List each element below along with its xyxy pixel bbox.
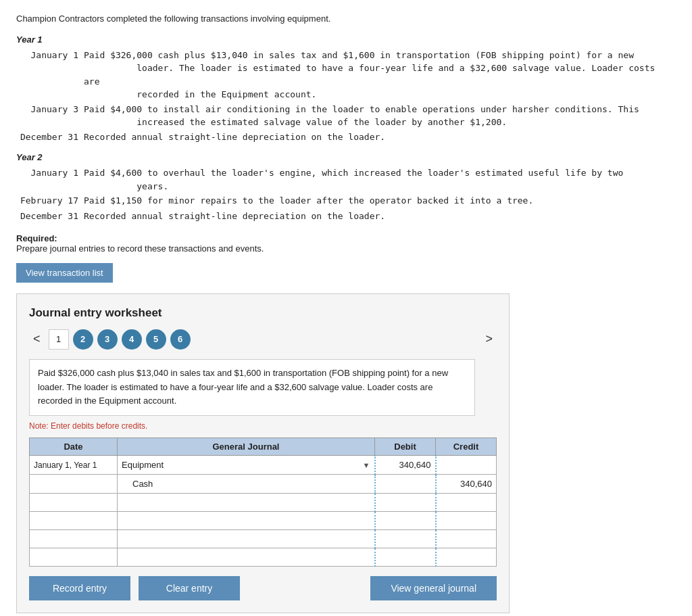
row1-credit[interactable] bbox=[436, 456, 497, 475]
view-general-journal-button[interactable]: View general journal bbox=[370, 576, 497, 600]
prev-button[interactable]: < bbox=[29, 331, 45, 348]
required-label: Required: bbox=[16, 233, 57, 243]
journal-entry-worksheet: Journal entry worksheet < 1 2 3 4 5 6 > … bbox=[16, 293, 510, 613]
journal-table: Date General Journal Debit Credit Januar… bbox=[29, 437, 497, 567]
table-row bbox=[30, 494, 497, 512]
row2-journal[interactable]: Cash bbox=[118, 475, 375, 494]
row2-journal-inner: Cash bbox=[118, 475, 374, 493]
record-entry-button[interactable]: Record entry bbox=[29, 576, 130, 600]
step-3-circle[interactable]: 3 bbox=[97, 329, 118, 350]
required-desc: Prepare journal entries to record these … bbox=[16, 243, 264, 254]
row4-credit[interactable] bbox=[436, 512, 497, 530]
table-row bbox=[30, 512, 497, 530]
row6-journal[interactable] bbox=[118, 548, 375, 567]
t3-date: December 31 bbox=[16, 131, 84, 145]
t6-date: December 31 bbox=[16, 210, 84, 224]
row3-debit[interactable] bbox=[375, 494, 436, 512]
year2-label: Year 2 bbox=[16, 151, 676, 165]
transaction-description-box: Paid $326,000 cash plus $13,040 in sales… bbox=[29, 359, 475, 416]
row1-journal-inner: Equipment ▼ bbox=[118, 456, 374, 474]
t4-desc: Paid $4,600 to overhaul the loader's eng… bbox=[84, 166, 676, 193]
row5-debit[interactable] bbox=[375, 530, 436, 548]
row4-debit[interactable] bbox=[375, 512, 436, 530]
worksheet-title: Journal entry worksheet bbox=[29, 306, 497, 320]
t2-desc: Paid $4,000 to install air conditioning … bbox=[84, 103, 676, 129]
nav-row: < 1 2 3 4 5 6 > bbox=[29, 329, 497, 350]
step-5-circle[interactable]: 5 bbox=[146, 329, 166, 350]
t1-desc: Paid $326,000 cash plus $13,040 in sales… bbox=[84, 49, 676, 101]
date-column-header: Date bbox=[30, 438, 118, 456]
row2-debit[interactable] bbox=[375, 475, 436, 494]
credit-column-header: Credit bbox=[436, 438, 497, 456]
step-2-circle[interactable]: 2 bbox=[73, 329, 93, 350]
row5-date bbox=[30, 530, 118, 548]
t2-date: January 3 bbox=[16, 103, 84, 129]
year2-transaction-2: February 17 Paid $1,150 for minor repair… bbox=[16, 194, 676, 208]
row1-dropdown-arrow[interactable]: ▼ bbox=[363, 461, 370, 469]
step-6-circle[interactable]: 6 bbox=[170, 329, 191, 350]
year2-transaction-1: January 1 Paid $4,600 to overhaul the lo… bbox=[16, 166, 676, 193]
t4-date: January 1 bbox=[16, 166, 84, 193]
problem-text: Champion Contractors completed the follo… bbox=[16, 12, 676, 224]
year1-transaction-2: January 3 Paid $4,000 to install air con… bbox=[16, 103, 676, 129]
t5-date: February 17 bbox=[16, 194, 84, 208]
note-text: Note: Enter debits before credits. bbox=[29, 421, 497, 431]
clear-entry-button[interactable]: Clear entry bbox=[139, 576, 240, 600]
row1-account: Equipment bbox=[122, 460, 164, 470]
required-section: Required: Prepare journal entries to rec… bbox=[16, 233, 676, 254]
year1-transaction-1: January 1 Paid $326,000 cash plus $13,04… bbox=[16, 49, 676, 101]
row6-date bbox=[30, 548, 118, 567]
current-page-box: 1 bbox=[49, 329, 69, 350]
row1-debit[interactable]: 340,640 bbox=[375, 456, 436, 475]
row3-credit[interactable] bbox=[436, 494, 497, 512]
row4-journal[interactable] bbox=[118, 512, 375, 530]
t5-desc: Paid $1,150 for minor repairs to the loa… bbox=[84, 194, 676, 208]
year2-transaction-3: December 31 Recorded annual straight-lin… bbox=[16, 210, 676, 224]
row2-account: Cash bbox=[132, 479, 153, 489]
debit-column-header: Debit bbox=[375, 438, 436, 456]
table-row: Cash 340,640 bbox=[30, 475, 497, 494]
row6-credit[interactable] bbox=[436, 548, 497, 567]
view-transaction-list-button[interactable]: View transaction list bbox=[16, 263, 113, 283]
row6-debit[interactable] bbox=[375, 548, 436, 567]
general-journal-column-header: General Journal bbox=[118, 438, 375, 456]
row1-journal[interactable]: Equipment ▼ bbox=[118, 456, 375, 475]
table-row: January 1, Year 1 Equipment ▼ 340,640 bbox=[30, 456, 497, 475]
bottom-buttons: Record entry Clear entry View general jo… bbox=[29, 576, 497, 600]
t1-date: January 1 bbox=[16, 49, 84, 101]
step-4-circle[interactable]: 4 bbox=[122, 329, 142, 350]
row3-journal[interactable] bbox=[118, 494, 375, 512]
row5-journal[interactable] bbox=[118, 530, 375, 548]
t3-desc: Recorded annual straight-line depreciati… bbox=[84, 131, 676, 145]
table-row bbox=[30, 530, 497, 548]
row3-date bbox=[30, 494, 118, 512]
row5-credit[interactable] bbox=[436, 530, 497, 548]
row2-credit[interactable]: 340,640 bbox=[436, 475, 497, 494]
row2-date bbox=[30, 475, 118, 494]
year1-transaction-3: December 31 Recorded annual straight-lin… bbox=[16, 131, 676, 145]
t6-desc: Recorded annual straight-line depreciati… bbox=[84, 210, 676, 224]
year1-label: Year 1 bbox=[16, 33, 676, 47]
next-button[interactable]: > bbox=[481, 331, 497, 348]
row1-date: January 1, Year 1 bbox=[30, 456, 118, 475]
row4-date bbox=[30, 512, 118, 530]
intro-text: Champion Contractors completed the follo… bbox=[16, 12, 676, 26]
table-row bbox=[30, 548, 497, 567]
